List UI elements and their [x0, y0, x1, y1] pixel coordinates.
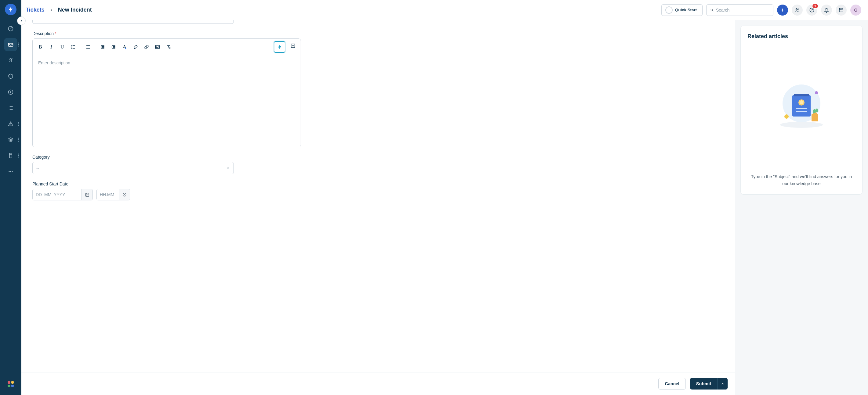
- related-articles-panel: Related articles: [735, 20, 868, 395]
- notifications-button[interactable]: [821, 5, 832, 15]
- search-input[interactable]: [716, 8, 769, 12]
- people-icon: [795, 7, 800, 13]
- svg-rect-17: [291, 44, 295, 47]
- vertical-dots-icon: [18, 122, 19, 126]
- rte-ordered-list-caret[interactable]: [78, 46, 81, 48]
- svg-rect-1: [8, 43, 13, 46]
- rte-toolbar: B I U: [33, 39, 301, 56]
- rte-ordered-list-button[interactable]: [69, 42, 78, 52]
- svg-rect-18: [86, 193, 89, 196]
- related-articles-title: Related articles: [747, 33, 856, 40]
- chevron-up-icon: [721, 382, 724, 386]
- quick-start-label: Quick Start: [675, 8, 697, 12]
- required-asterisk: *: [55, 31, 56, 36]
- contacts-button[interactable]: [792, 5, 803, 15]
- sidebar-item-changes[interactable]: [4, 70, 18, 83]
- vertical-dots-icon: [18, 138, 19, 142]
- rte-code-block-button[interactable]: [288, 41, 298, 50]
- breadcrumb-link-tickets[interactable]: Tickets: [26, 7, 44, 13]
- svg-point-14: [125, 47, 127, 49]
- cancel-button[interactable]: Cancel: [658, 378, 686, 390]
- category-label: Category: [32, 155, 724, 160]
- svg-point-27: [815, 91, 818, 94]
- rte-unordered-list-button[interactable]: [83, 42, 92, 52]
- calendar-icon[interactable]: [82, 189, 92, 200]
- svg-point-5: [10, 171, 11, 172]
- avatar-initial: G: [854, 8, 858, 12]
- rte-ai-assist-button[interactable]: [274, 41, 285, 53]
- svg-point-6: [11, 171, 12, 172]
- app-sidebar: [0, 0, 21, 395]
- description-textarea[interactable]: [33, 56, 301, 147]
- rte-outdent-button[interactable]: [98, 42, 107, 52]
- chevron-right-icon: [50, 8, 53, 12]
- empty-state-text: Type in the "Subject" and we'll find ans…: [747, 173, 856, 187]
- clock-icon[interactable]: [119, 189, 130, 200]
- marketplace-button[interactable]: [836, 5, 847, 15]
- svg-rect-23: [794, 94, 809, 96]
- sidebar-item-alerts[interactable]: [4, 117, 18, 131]
- date-input[interactable]: [33, 189, 82, 200]
- store-icon: [838, 7, 844, 13]
- sidebar-item-assets[interactable]: [4, 133, 18, 146]
- sidebar-item-more[interactable]: [4, 165, 18, 178]
- svg-rect-25: [796, 108, 807, 109]
- sidebar-item-solutions[interactable]: [4, 149, 18, 162]
- rte-bold-button[interactable]: B: [36, 42, 45, 52]
- rte-image-button[interactable]: [153, 42, 162, 52]
- bell-icon: [824, 7, 829, 13]
- svg-point-8: [796, 8, 798, 10]
- apps-grid-icon: [8, 381, 14, 387]
- category-value: --: [36, 166, 39, 170]
- submit-dropdown-button[interactable]: [717, 378, 727, 390]
- rte-clear-formatting-button[interactable]: [164, 42, 173, 52]
- sidebar-item-tasks[interactable]: [4, 101, 18, 115]
- svg-point-2: [10, 59, 11, 60]
- quick-start-button[interactable]: Quick Start: [661, 4, 703, 16]
- rte-text-color-button[interactable]: [120, 42, 129, 52]
- help-button[interactable]: 1: [806, 5, 817, 15]
- previous-field-remnant: [32, 20, 234, 24]
- chevron-down-icon: [226, 166, 230, 170]
- svg-point-4: [8, 171, 9, 172]
- search-field[interactable]: [706, 4, 773, 16]
- rte-italic-button[interactable]: I: [47, 42, 56, 52]
- category-select[interactable]: --: [32, 162, 234, 174]
- form-footer: Cancel Submit: [21, 372, 735, 395]
- plus-icon: [780, 8, 785, 12]
- planned-start-time-field[interactable]: [96, 189, 130, 200]
- avatar[interactable]: G: [850, 5, 861, 15]
- rte-indent-button[interactable]: [109, 42, 118, 52]
- vertical-dots-icon: [18, 154, 19, 158]
- rte-highlight-button[interactable]: [131, 42, 140, 52]
- sidebar-item-dashboard[interactable]: [4, 22, 18, 35]
- sidebar-item-tickets[interactable]: [4, 38, 18, 51]
- rte-unordered-list-caret[interactable]: [92, 46, 96, 48]
- brand-logo[interactable]: [5, 4, 17, 15]
- svg-point-9: [798, 8, 799, 10]
- topbar: Tickets New Incident Quick Start: [21, 0, 868, 20]
- planned-start-date-field[interactable]: [32, 189, 93, 200]
- rte-link-button[interactable]: [142, 42, 151, 52]
- rte-underline-button[interactable]: U: [58, 42, 67, 52]
- sidebar-item-problems[interactable]: [4, 54, 18, 67]
- vertical-dots-icon: [18, 43, 19, 47]
- sidebar-item-apps[interactable]: [4, 381, 18, 387]
- svg-point-11: [86, 45, 87, 46]
- breadcrumb-current: New Incident: [58, 7, 92, 13]
- notification-badge: 1: [812, 3, 818, 9]
- planned-start-label: Planned Start Date: [32, 182, 724, 186]
- svg-point-16: [157, 46, 157, 47]
- sidebar-item-releases[interactable]: [4, 86, 18, 99]
- svg-rect-22: [792, 95, 811, 117]
- svg-rect-29: [811, 114, 818, 122]
- expand-sidebar-button[interactable]: [17, 17, 26, 25]
- new-button[interactable]: [777, 5, 788, 15]
- svg-rect-26: [796, 111, 807, 112]
- svg-point-7: [711, 9, 713, 11]
- submit-button[interactable]: Submit: [690, 378, 717, 390]
- description-label: Description*: [32, 31, 724, 36]
- search-icon: [710, 8, 714, 12]
- time-input[interactable]: [97, 189, 119, 200]
- breadcrumb: Tickets New Incident: [26, 7, 92, 13]
